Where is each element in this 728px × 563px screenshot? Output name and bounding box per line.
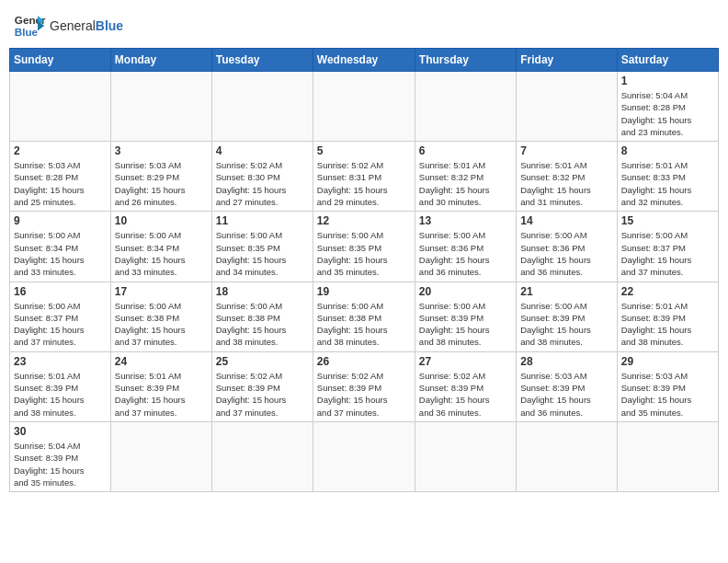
- day-number: 19: [317, 285, 411, 298]
- calendar-cell: 30Sunrise: 5:04 AM Sunset: 8:39 PM Dayli…: [10, 421, 111, 491]
- day-info: Sunrise: 5:02 AM Sunset: 8:39 PM Dayligh…: [216, 370, 309, 419]
- weekday-header-wednesday: Wednesday: [313, 49, 415, 72]
- calendar-cell: 19Sunrise: 5:00 AM Sunset: 8:38 PM Dayli…: [313, 282, 415, 351]
- calendar-week-row-3: 9Sunrise: 5:00 AM Sunset: 8:34 PM Daylig…: [10, 212, 719, 282]
- calendar-cell: [211, 421, 313, 491]
- day-number: 4: [216, 144, 309, 157]
- day-info: Sunrise: 5:00 AM Sunset: 8:38 PM Dayligh…: [317, 300, 411, 349]
- page-header: General Blue GeneralBlue: [9, 9, 719, 42]
- weekday-header-tuesday: Tuesday: [211, 49, 313, 72]
- day-number: 28: [520, 355, 612, 368]
- calendar-cell: 6Sunrise: 5:01 AM Sunset: 8:32 PM Daylig…: [415, 142, 516, 212]
- calendar-cell: 12Sunrise: 5:00 AM Sunset: 8:35 PM Dayli…: [313, 212, 415, 282]
- calendar-cell: 18Sunrise: 5:00 AM Sunset: 8:38 PM Dayli…: [211, 282, 313, 351]
- day-number: 23: [14, 355, 107, 368]
- logo: General Blue GeneralBlue: [13, 9, 123, 42]
- calendar-cell: [110, 421, 211, 491]
- calendar-cell: 3Sunrise: 5:03 AM Sunset: 8:29 PM Daylig…: [110, 142, 211, 212]
- calendar-cell: 16Sunrise: 5:00 AM Sunset: 8:37 PM Dayli…: [10, 282, 111, 351]
- day-number: 6: [419, 144, 512, 157]
- calendar-cell: 26Sunrise: 5:02 AM Sunset: 8:39 PM Dayli…: [313, 351, 415, 421]
- calendar-week-row-1: 1Sunrise: 5:04 AM Sunset: 8:28 PM Daylig…: [10, 72, 719, 142]
- calendar-cell: 14Sunrise: 5:00 AM Sunset: 8:36 PM Dayli…: [517, 212, 617, 282]
- calendar-cell: [517, 72, 617, 142]
- day-number: 27: [419, 355, 512, 368]
- svg-text:Blue: Blue: [15, 26, 39, 38]
- day-number: 14: [520, 214, 612, 227]
- day-info: Sunrise: 5:00 AM Sunset: 8:36 PM Dayligh…: [419, 229, 512, 278]
- day-info: Sunrise: 5:03 AM Sunset: 8:39 PM Dayligh…: [520, 370, 612, 419]
- day-number: 2: [14, 144, 107, 157]
- day-number: 7: [520, 144, 612, 157]
- day-info: Sunrise: 5:00 AM Sunset: 8:38 PM Dayligh…: [216, 300, 309, 349]
- day-info: Sunrise: 5:00 AM Sunset: 8:34 PM Dayligh…: [14, 229, 107, 278]
- calendar-cell: 13Sunrise: 5:00 AM Sunset: 8:36 PM Dayli…: [415, 212, 516, 282]
- calendar-cell: 24Sunrise: 5:01 AM Sunset: 8:39 PM Dayli…: [110, 351, 211, 421]
- calendar-week-row-6: 30Sunrise: 5:04 AM Sunset: 8:39 PM Dayli…: [10, 421, 719, 491]
- day-number: 1: [621, 75, 714, 87]
- day-number: 9: [14, 214, 107, 227]
- calendar-cell: [313, 72, 415, 142]
- calendar-cell: [110, 72, 211, 142]
- logo-icon: General Blue: [13, 9, 46, 42]
- weekday-header-row: SundayMondayTuesdayWednesdayThursdayFrid…: [10, 49, 719, 72]
- day-number: 29: [621, 355, 714, 368]
- calendar-cell: 27Sunrise: 5:02 AM Sunset: 8:39 PM Dayli…: [415, 351, 516, 421]
- weekday-header-friday: Friday: [517, 49, 617, 72]
- day-info: Sunrise: 5:01 AM Sunset: 8:39 PM Dayligh…: [621, 300, 714, 349]
- calendar-cell: [617, 421, 718, 491]
- day-info: Sunrise: 5:04 AM Sunset: 8:39 PM Dayligh…: [14, 440, 107, 488]
- day-info: Sunrise: 5:00 AM Sunset: 8:35 PM Dayligh…: [317, 229, 411, 278]
- day-number: 12: [317, 214, 411, 227]
- calendar-cell: 8Sunrise: 5:01 AM Sunset: 8:33 PM Daylig…: [617, 142, 718, 212]
- day-info: Sunrise: 5:01 AM Sunset: 8:32 PM Dayligh…: [419, 159, 512, 208]
- weekday-header-sunday: Sunday: [10, 49, 111, 72]
- calendar-cell: 21Sunrise: 5:00 AM Sunset: 8:39 PM Dayli…: [517, 282, 617, 351]
- day-number: 26: [317, 355, 411, 368]
- day-number: 16: [14, 285, 107, 298]
- day-info: Sunrise: 5:00 AM Sunset: 8:34 PM Dayligh…: [115, 229, 208, 278]
- calendar-cell: 1Sunrise: 5:04 AM Sunset: 8:28 PM Daylig…: [617, 72, 718, 142]
- calendar-cell: 23Sunrise: 5:01 AM Sunset: 8:39 PM Dayli…: [10, 351, 111, 421]
- calendar-cell: 5Sunrise: 5:02 AM Sunset: 8:31 PM Daylig…: [313, 142, 415, 212]
- day-info: Sunrise: 5:00 AM Sunset: 8:37 PM Dayligh…: [621, 229, 714, 278]
- day-number: 11: [216, 214, 309, 227]
- calendar-week-row-5: 23Sunrise: 5:01 AM Sunset: 8:39 PM Dayli…: [10, 351, 719, 421]
- day-info: Sunrise: 5:00 AM Sunset: 8:37 PM Dayligh…: [14, 300, 107, 349]
- day-number: 22: [621, 285, 714, 298]
- day-info: Sunrise: 5:02 AM Sunset: 8:30 PM Dayligh…: [216, 159, 309, 208]
- day-number: 17: [115, 285, 208, 298]
- calendar-table: SundayMondayTuesdayWednesdayThursdayFrid…: [9, 48, 719, 492]
- day-info: Sunrise: 5:01 AM Sunset: 8:33 PM Dayligh…: [621, 159, 714, 208]
- day-info: Sunrise: 5:00 AM Sunset: 8:39 PM Dayligh…: [419, 300, 512, 349]
- day-info: Sunrise: 5:00 AM Sunset: 8:36 PM Dayligh…: [520, 229, 612, 278]
- day-number: 30: [14, 425, 107, 438]
- calendar-cell: [313, 421, 415, 491]
- weekday-header-monday: Monday: [110, 49, 211, 72]
- day-info: Sunrise: 5:03 AM Sunset: 8:29 PM Dayligh…: [115, 159, 208, 208]
- calendar-cell: 9Sunrise: 5:00 AM Sunset: 8:34 PM Daylig…: [10, 212, 111, 282]
- day-number: 20: [419, 285, 512, 298]
- day-number: 5: [317, 144, 411, 157]
- day-number: 25: [216, 355, 309, 368]
- day-number: 3: [115, 144, 208, 157]
- weekday-header-thursday: Thursday: [415, 49, 516, 72]
- calendar-cell: 11Sunrise: 5:00 AM Sunset: 8:35 PM Dayli…: [211, 212, 313, 282]
- day-info: Sunrise: 5:01 AM Sunset: 8:32 PM Dayligh…: [520, 159, 612, 208]
- calendar-cell: 20Sunrise: 5:00 AM Sunset: 8:39 PM Dayli…: [415, 282, 516, 351]
- calendar-week-row-4: 16Sunrise: 5:00 AM Sunset: 8:37 PM Dayli…: [10, 282, 719, 351]
- calendar-cell: [415, 421, 516, 491]
- day-number: 13: [419, 214, 512, 227]
- day-number: 8: [621, 144, 714, 157]
- calendar-cell: [10, 72, 111, 142]
- calendar-cell: 25Sunrise: 5:02 AM Sunset: 8:39 PM Dayli…: [211, 351, 313, 421]
- day-number: 18: [216, 285, 309, 298]
- day-info: Sunrise: 5:01 AM Sunset: 8:39 PM Dayligh…: [14, 370, 107, 419]
- calendar-cell: 15Sunrise: 5:00 AM Sunset: 8:37 PM Dayli…: [617, 212, 718, 282]
- day-number: 15: [621, 214, 714, 227]
- calendar-cell: 4Sunrise: 5:02 AM Sunset: 8:30 PM Daylig…: [211, 142, 313, 212]
- weekday-header-saturday: Saturday: [617, 49, 718, 72]
- calendar-cell: [415, 72, 516, 142]
- day-number: 10: [115, 214, 208, 227]
- day-info: Sunrise: 5:04 AM Sunset: 8:28 PM Dayligh…: [621, 89, 714, 138]
